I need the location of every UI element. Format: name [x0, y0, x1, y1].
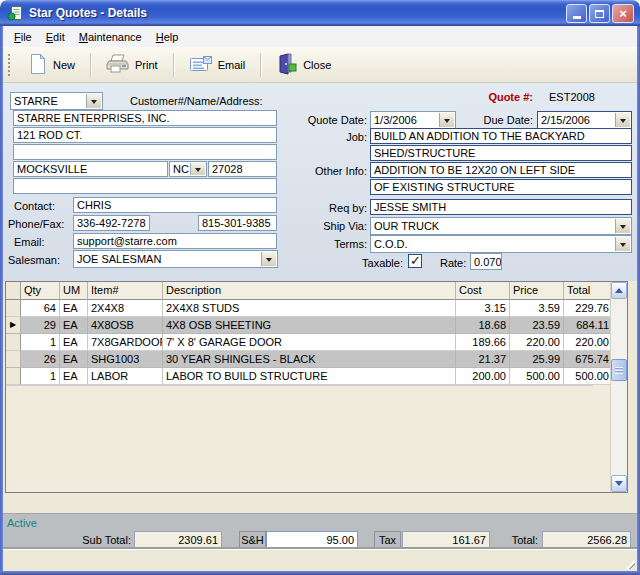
fax-field[interactable]: 815-301-9385: [198, 215, 277, 231]
cell-description: 7' X 8' GARAGE DOOR: [163, 334, 456, 351]
city-field[interactable]: MOCKSVILLE: [13, 161, 168, 177]
chevron-down-icon[interactable]: [86, 94, 101, 108]
menu-help[interactable]: Help: [149, 28, 186, 46]
address3-field[interactable]: [13, 178, 277, 194]
due-date-value: 2/15/2006: [541, 114, 590, 126]
terms-combo[interactable]: C.O.D.: [370, 235, 632, 253]
ship-via-label: Ship Via:: [297, 220, 367, 232]
maximize-button[interactable]: [589, 4, 610, 23]
row-selector[interactable]: [6, 334, 21, 351]
window-border: [0, 26, 3, 571]
cell-qty: 29: [21, 317, 60, 334]
address2-field[interactable]: [13, 144, 277, 160]
email-label: Email:: [14, 236, 45, 248]
customer-name-field[interactable]: STARRE ENTERPRISES, INC.: [13, 110, 277, 126]
job-line2-field[interactable]: SHED/STRUCTURE: [370, 145, 632, 161]
row-selector[interactable]: [6, 351, 21, 368]
cell-cost: 3.15: [456, 300, 510, 317]
job-line1-field[interactable]: BUILD AN ADDITION TO THE BACKYARD: [370, 128, 632, 144]
close-button-label: Close: [303, 59, 331, 71]
column-header-item[interactable]: Item#: [88, 282, 163, 300]
salesman-label: Salesman:: [8, 254, 60, 266]
contact-field[interactable]: CHRIS: [73, 197, 277, 213]
print-button[interactable]: Print: [96, 49, 168, 81]
grid-header-row: Qty UM Item# Description Cost Price Tota…: [6, 282, 610, 300]
terms-value: C.O.D.: [374, 238, 408, 250]
cell-total: 675.74: [564, 351, 612, 368]
menu-edit[interactable]: Edit: [39, 28, 72, 46]
email-button-label: Email: [218, 59, 246, 71]
quote-number-value: EST2008: [549, 91, 595, 103]
close-window-button[interactable]: ×: [612, 4, 634, 23]
toolbar-separator: [173, 53, 174, 77]
statusbar: [3, 549, 637, 571]
email-field[interactable]: support@starre.com: [73, 233, 277, 249]
phone-fax-label: Phone/Fax:: [8, 218, 64, 230]
row-selector[interactable]: [6, 300, 21, 317]
tax-field: 161.67: [402, 531, 490, 548]
quote-date-combo[interactable]: 1/3/2006: [370, 111, 456, 129]
chevron-down-icon[interactable]: [190, 163, 205, 175]
other-info-line1-field[interactable]: ADDITION TO BE 12X20 ON LEFT SIDE: [370, 162, 632, 178]
app-icon: [7, 5, 23, 21]
minimize-icon: [573, 16, 581, 19]
phone-field[interactable]: 336-492-7278: [73, 215, 150, 231]
taxable-checkbox[interactable]: [408, 254, 422, 268]
quote-date-label: Quote Date:: [267, 114, 367, 126]
sh-label: S&H: [239, 531, 266, 548]
column-header-qty[interactable]: Qty: [21, 282, 60, 300]
sh-field[interactable]: 95.00: [266, 531, 358, 548]
table-row[interactable]: 1 EA 7X8GARDOOR 7' X 8' GARAGE DOOR 189.…: [6, 334, 610, 351]
other-info-line2-field[interactable]: OF EXISTING STRUCTURE: [370, 179, 632, 195]
column-header-cost[interactable]: Cost: [456, 282, 510, 300]
customer-section-label: Customer#/Name/Address:: [130, 95, 263, 107]
column-header-total[interactable]: Total: [564, 282, 612, 300]
salesman-combo[interactable]: JOE SALESMAN: [73, 250, 278, 268]
email-button[interactable]: Email: [179, 51, 256, 79]
state-combo[interactable]: NC: [169, 161, 207, 177]
chevron-down-icon[interactable]: [615, 237, 630, 251]
total-field: 2566.28: [542, 531, 631, 548]
cell-qty: 64: [21, 300, 60, 317]
chevron-down-icon[interactable]: [439, 113, 454, 127]
table-row[interactable]: 64 EA 2X4X8 2X4X8 STUDS 3.15 3.59 229.76: [6, 300, 610, 317]
quote-date-value: 1/3/2006: [374, 114, 417, 126]
column-header-price[interactable]: Price: [510, 282, 564, 300]
chevron-down-icon[interactable]: [615, 113, 630, 127]
table-row[interactable]: ▶ 29 EA 4X8OSB 4X8 OSB SHEETING 18.68 23…: [6, 317, 610, 334]
scrollbar-thumb[interactable]: [611, 359, 627, 381]
cell-price: 23.59: [510, 317, 564, 334]
req-by-field[interactable]: JESSE SMITH: [370, 199, 632, 215]
rate-field[interactable]: 0.070: [470, 253, 502, 270]
close-button[interactable]: Close: [266, 49, 341, 81]
row-selector[interactable]: [6, 368, 21, 385]
column-header-um[interactable]: UM: [60, 282, 88, 300]
due-date-combo[interactable]: 2/15/2006: [537, 111, 632, 129]
zip-field[interactable]: 27028: [208, 161, 277, 177]
vertical-scrollbar[interactable]: [610, 282, 627, 492]
new-document-icon: [28, 53, 48, 77]
tax-label: Tax: [374, 531, 401, 548]
menu-maintenance[interactable]: Maintenance: [72, 28, 149, 46]
customer-code-combo[interactable]: STARRE: [10, 92, 103, 110]
minimize-button[interactable]: [566, 4, 587, 23]
column-header-description[interactable]: Description: [163, 282, 456, 300]
new-button[interactable]: New: [18, 49, 85, 81]
chevron-down-icon[interactable]: [615, 219, 630, 233]
toolbar-drag-handle[interactable]: [8, 54, 11, 76]
scroll-down-button[interactable]: [611, 475, 627, 492]
resize-grip[interactable]: [622, 556, 635, 569]
ship-via-combo[interactable]: OUR TRUCK: [370, 217, 632, 235]
menu-file[interactable]: File: [7, 28, 39, 46]
cell-qty: 1: [21, 334, 60, 351]
totals-footer: Active Sub Total: 2309.61 S&H 95.00 Tax …: [3, 513, 637, 549]
chevron-down-icon[interactable]: [261, 252, 276, 266]
table-row[interactable]: 26 EA SHG1003 30 YEAR SHINGLES - BLACK 2…: [6, 351, 610, 368]
address1-field[interactable]: 121 ROD CT.: [13, 127, 277, 143]
status-badge: Active: [7, 517, 37, 529]
printer-icon: [106, 53, 130, 77]
table-row[interactable]: 1 EA LABOR LABOR TO BUILD STRUCTURE 200.…: [6, 368, 610, 385]
table-body: 64 EA 2X4X8 2X4X8 STUDS 3.15 3.59 229.76…: [6, 300, 610, 385]
scroll-up-button[interactable]: [611, 282, 627, 299]
row-selector[interactable]: ▶: [6, 317, 21, 334]
